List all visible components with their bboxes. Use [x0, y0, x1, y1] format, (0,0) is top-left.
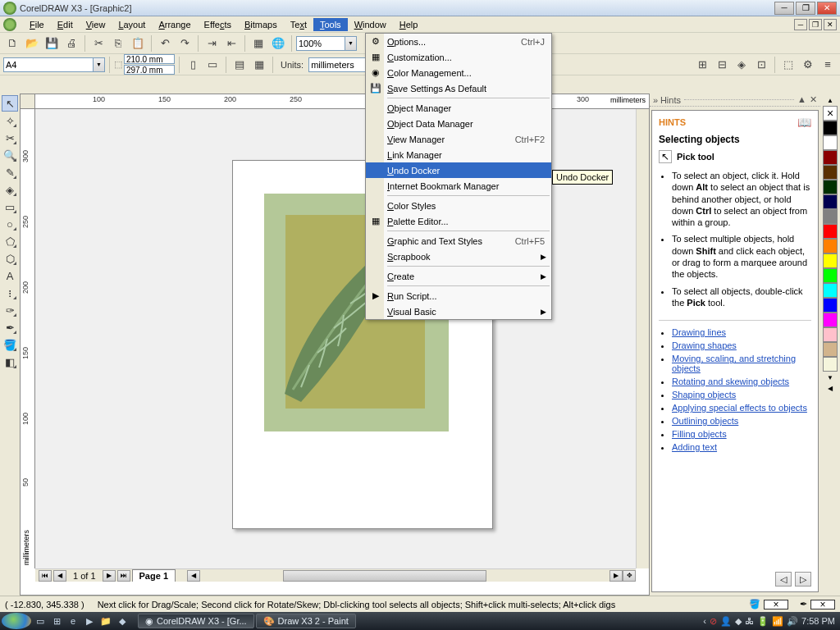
page-tab[interactable]: Page 1: [132, 569, 176, 582]
outline-tool[interactable]: ✒: [2, 319, 18, 336]
redo-button[interactable]: ↷: [176, 34, 194, 52]
hints-link[interactable]: Moving, scaling, and stretching objects: [672, 354, 796, 373]
color-swatch[interactable]: [823, 150, 838, 165]
ie-icon[interactable]: e: [66, 614, 80, 628]
color-swatch[interactable]: [823, 121, 838, 135]
scroll-left-button[interactable]: ◀: [187, 570, 200, 582]
zoom-input[interactable]: [296, 36, 345, 51]
paper-dropdown-button[interactable]: ▼: [94, 57, 105, 72]
scroll-right-button[interactable]: ▶: [609, 570, 623, 582]
horizontal-scrollbar[interactable]: [202, 570, 608, 582]
cut-button[interactable]: ✂: [89, 34, 107, 52]
paste-button[interactable]: 📋: [129, 34, 147, 52]
all-pages-button[interactable]: ▤: [231, 56, 249, 74]
hints-link[interactable]: Drawing shapes: [672, 340, 737, 350]
color-swatch[interactable]: [823, 239, 838, 253]
color-swatch[interactable]: [823, 327, 838, 342]
tray-clock[interactable]: 7:58 PM: [801, 616, 835, 626]
text-tool[interactable]: A: [2, 267, 18, 284]
save-button[interactable]: 💾: [43, 34, 61, 52]
menu-item-create[interactable]: Create▶: [366, 268, 551, 284]
taskbar-coreldraw[interactable]: ◉CorelDRAW X3 - [Gr...: [138, 614, 254, 628]
color-swatch[interactable]: [823, 313, 838, 327]
menu-window[interactable]: Window: [348, 18, 393, 31]
snap-button[interactable]: ⊞: [693, 56, 711, 74]
new-button[interactable]: 🗋: [3, 34, 21, 52]
menu-item-scrapbook[interactable]: Scrapbook▶: [366, 249, 551, 264]
units-input[interactable]: [308, 57, 366, 72]
first-page-button[interactable]: ⏮: [39, 570, 52, 582]
treat-as-filled-button[interactable]: ⬚: [779, 56, 797, 74]
hints-link[interactable]: Filling objects: [672, 429, 727, 439]
menu-arrange[interactable]: Arrange: [152, 18, 197, 31]
maximize-button[interactable]: ❐: [796, 2, 815, 15]
hints-link[interactable]: Shaping objects: [672, 390, 736, 399]
pick-tool[interactable]: ↖: [2, 95, 18, 112]
menu-item-save-settings-as-default[interactable]: 💾Save Settings As Default: [366, 80, 551, 96]
hints-link[interactable]: Drawing lines: [672, 327, 726, 337]
menu-item-graphic-and-text-styles[interactable]: Graphic and Text StylesCtrl+F5: [366, 233, 551, 249]
hints-docker-tab[interactable]: » Hints ▲ ✕: [650, 94, 820, 107]
undo-button[interactable]: ↶: [156, 34, 174, 52]
paper-size-combo[interactable]: ▼: [3, 57, 105, 72]
mdi-close-button[interactable]: ✕: [824, 19, 837, 30]
start-button[interactable]: [2, 613, 31, 629]
menu-item-color-management[interactable]: ◉Color Management...: [366, 65, 551, 80]
color-swatch[interactable]: [823, 298, 838, 313]
corel-online-button[interactable]: 🌐: [269, 34, 287, 52]
ruler-origin[interactable]: [21, 94, 35, 109]
crop-tool[interactable]: ✂: [2, 130, 18, 146]
menu-item-undo-docker[interactable]: Undo Docker: [366, 162, 551, 178]
landscape-button[interactable]: ▭: [203, 56, 221, 74]
menu-item-link-manager[interactable]: Link Manager: [366, 147, 551, 162]
minimize-button[interactable]: ─: [774, 2, 794, 15]
palette-flyout-button[interactable]: ◀: [823, 383, 838, 393]
tray-network-icon[interactable]: 🖧: [745, 616, 754, 626]
tray-volume-icon[interactable]: 🔊: [787, 616, 798, 627]
menu-view[interactable]: View: [80, 18, 112, 31]
menu-tools[interactable]: Tools: [313, 18, 348, 31]
menu-item-view-manager[interactable]: View ManagerCtrl+F2: [366, 131, 551, 147]
horizontal-ruler[interactable]: 100 150 200 250 300 millimeters: [35, 94, 649, 109]
menu-item-run-script[interactable]: ▶Run Script...: [366, 288, 551, 304]
color-swatch[interactable]: [823, 165, 838, 180]
portrait-button[interactable]: ▯: [184, 56, 202, 74]
interactive-blend-tool[interactable]: ⫶: [2, 285, 18, 301]
zoom-dropdown-button[interactable]: ▼: [345, 36, 357, 51]
close-button[interactable]: ✕: [817, 2, 837, 15]
freehand-tool[interactable]: ✎: [2, 164, 18, 180]
vertical-scrollbar[interactable]: [636, 109, 649, 568]
tray-wifi-icon[interactable]: 📶: [772, 616, 783, 627]
interactive-fill-tool[interactable]: ◧: [2, 354, 18, 370]
vertical-ruler[interactable]: 300 250 200 150 100 50 millimeters: [21, 109, 35, 568]
prev-page-button[interactable]: ◀: [53, 570, 66, 582]
outline-indicator[interactable]: [810, 600, 835, 609]
taskbar-paint[interactable]: 🎨Draw X3 2 - Paint: [256, 614, 356, 628]
menu-effects[interactable]: Effects: [198, 18, 238, 31]
mdi-restore-button[interactable]: ❐: [809, 19, 822, 30]
menu-item-customization[interactable]: ▦Customization...: [366, 49, 551, 65]
fill-tool[interactable]: 🪣: [2, 336, 18, 353]
polygon-tool[interactable]: ⬠: [2, 233, 18, 249]
hints-link[interactable]: Rotating and skewing objects: [672, 377, 789, 386]
page-height-input[interactable]: [124, 65, 175, 75]
next-page-button[interactable]: ▶: [103, 570, 116, 582]
menu-help[interactable]: Help: [393, 18, 425, 31]
tray-battery-icon[interactable]: 🔋: [757, 616, 769, 627]
eyedropper-tool[interactable]: ✑: [2, 302, 18, 318]
menu-item-palette-editor[interactable]: ▦Palette Editor...: [366, 213, 551, 229]
color-swatch[interactable]: [823, 253, 838, 268]
menu-item-color-styles[interactable]: Color Styles: [366, 198, 551, 213]
current-page-button[interactable]: ▦: [250, 56, 268, 74]
app-icon[interactable]: ◆: [115, 614, 130, 628]
dynamic-guides-button[interactable]: ⊡: [752, 56, 770, 74]
mdi-minimize-button[interactable]: ─: [794, 19, 807, 30]
tray-security-icon[interactable]: ⊘: [710, 616, 717, 627]
tray-arrow-icon[interactable]: ‹: [703, 616, 706, 626]
hints-link[interactable]: Outlining objects: [672, 416, 738, 426]
open-button[interactable]: 📂: [23, 34, 41, 52]
menu-text[interactable]: Text: [284, 18, 313, 31]
snap-guide-button[interactable]: ⊟: [713, 56, 731, 74]
color-swatch[interactable]: [823, 135, 838, 150]
hints-link[interactable]: Adding text: [672, 442, 717, 452]
